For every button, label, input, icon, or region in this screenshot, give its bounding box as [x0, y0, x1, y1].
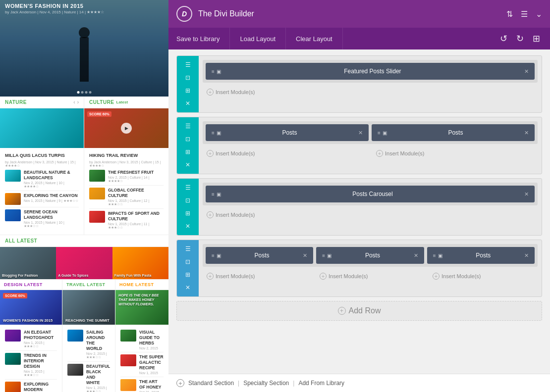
standard-section-link[interactable]: Standard Section — [188, 380, 234, 387]
move-icon[interactable]: ☰ — [184, 60, 192, 70]
insert-module-2-2[interactable]: + Insert Module(s) — [372, 148, 538, 159]
layout-icon-4[interactable]: ⊡ — [184, 257, 192, 267]
insert-module-4-2[interactable]: + Insert Module(s) — [316, 271, 425, 282]
move-icon-2[interactable]: ☰ — [184, 121, 192, 131]
travel-label: TRAVEL Latest — [66, 282, 106, 287]
posts-module-4-1-name: Posts — [225, 252, 299, 259]
builder-content: ☰ ⊡ ⊞ ✕ ≡ ▣ Featured Posts Slider ✕ — [168, 49, 550, 374]
all-label: ALL Latest — [5, 238, 37, 244]
posts-module-4-2-close[interactable]: ✕ — [414, 252, 418, 259]
posts-module-4-1: ≡ ▣ Posts ✕ — [206, 247, 313, 264]
posts-carousel-name: Posts Carousel — [225, 191, 520, 197]
posts-module-4-1-close[interactable]: ✕ — [303, 252, 307, 259]
remove-icon-2[interactable]: ✕ — [184, 160, 192, 170]
posts-module-2-2: ≡ ▣ Posts ✕ — [372, 124, 535, 141]
builder-footer: + Standard Section | Specialty Section |… — [168, 374, 550, 392]
load-layout-button[interactable]: Load Layout — [230, 28, 286, 49]
chevron-down-icon[interactable]: ⌄ — [536, 9, 542, 19]
insert-module-4-1[interactable]: + Insert Module(s) — [203, 271, 312, 282]
move-icon-3[interactable]: ☰ — [184, 183, 192, 193]
multi-section: DESIGN Latest SCORE 60% WOMEN'S FASHION … — [0, 279, 168, 392]
divi-header: D The Divi Builder ⇅ ☰ ⌄ — [168, 0, 550, 28]
add-row-button[interactable]: + Add Row — [176, 301, 542, 321]
insert-module-1-1[interactable]: + Insert Module(s) — [203, 87, 538, 98]
divi-logo: D — [176, 6, 192, 22]
featured-posts-slider-close[interactable]: ✕ — [524, 68, 529, 75]
culture-article-list: HIKING TRAIL REVIEW by Jack Anderson | N… — [84, 148, 168, 235]
module-rows-icon-4: ≡ — [212, 192, 215, 197]
add-row-label: Add Row — [349, 306, 381, 315]
columns-icon-3[interactable]: ⊞ — [184, 208, 192, 218]
posts-module-2-1-name: Posts — [225, 129, 354, 136]
left-preview-panel: WOMEN'S FASHION IN 2015 by Jack Anderson… — [0, 0, 168, 392]
separator-1: | — [238, 380, 239, 387]
module-rows-icon-3: ≡ — [378, 130, 381, 136]
row-2-1: ≡ ▣ Posts ✕ ≡ ▣ Posts ✕ — [203, 121, 538, 144]
posts-module-4-3: ≡ ▣ Posts ✕ — [427, 247, 535, 264]
culture-thumb: SCORE 60% ▶ — [84, 108, 168, 148]
insert-module-3-1[interactable]: + Insert Module(s) — [203, 209, 538, 220]
builder-section-4: ☰ ⊡ ⊞ ✕ ≡ ▣ Posts ✕ — [176, 240, 542, 297]
posts-module-2-1-close[interactable]: ✕ — [358, 130, 363, 136]
section-4-content: ≡ ▣ Posts ✕ ≡ ▣ Posts ✕ — [199, 240, 542, 296]
module-rows-icon-2: ≡ — [212, 130, 215, 136]
add-from-library-link[interactable]: Add From Library — [298, 380, 344, 387]
header-actions: ⇅ ☰ ⌄ — [506, 9, 542, 19]
columns-icon-4[interactable]: ⊞ — [184, 270, 192, 280]
culture-featured-title: HIKING TRAIL REVIEW — [89, 151, 164, 160]
remove-icon[interactable]: ✕ — [184, 98, 192, 108]
row-3-1: ≡ ▣ Posts Carousel ✕ — [203, 183, 538, 205]
row-1-1: ≡ ▣ Featured Posts Slider ✕ — [203, 60, 538, 83]
all-thumbs: Blogging For Fashion A Guide To Spices F… — [0, 247, 168, 279]
nature-label: NATURE — [5, 99, 27, 105]
insert-module-label: Insert Module(s) — [216, 89, 255, 95]
remove-icon-3[interactable]: ✕ — [184, 221, 192, 231]
insert-module-4-3[interactable]: + Insert Module(s) — [429, 271, 538, 282]
section-4-sidebar: ☰ ⊡ ⊞ ✕ — [177, 240, 199, 296]
posts-module-2-2-close[interactable]: ✕ — [524, 130, 529, 136]
layout-icon-3[interactable]: ⊡ — [184, 196, 192, 205]
design-label: DESIGN Latest — [4, 282, 43, 287]
columns-icon-2[interactable]: ⊞ — [184, 147, 192, 157]
move-icon-4[interactable]: ☰ — [184, 244, 192, 254]
insert-module-2-1[interactable]: + Insert Module(s) — [203, 148, 368, 159]
divi-builder-panel: D The Divi Builder ⇅ ☰ ⌄ Save to Library… — [168, 0, 550, 392]
layout-icon[interactable]: ⊡ — [184, 73, 192, 83]
specialty-section-link[interactable]: Specialty Section — [243, 380, 289, 387]
section-3-sidebar: ☰ ⊡ ⊞ ✕ — [177, 179, 199, 235]
module-img-icon-2: ▣ — [217, 130, 221, 136]
nature-article-3: Serene Ocean LandscapesNov 1, 2015 | Nat… — [5, 207, 79, 230]
culture-article-3: Impacts of Sport and CultureNov 1, 2015 … — [89, 209, 164, 232]
posts-module-4-2-name: Posts — [335, 252, 409, 259]
redo-icon[interactable]: ↻ — [514, 31, 526, 46]
builder-section-2: ☰ ⊡ ⊞ ✕ ≡ ▣ Posts ✕ — [176, 117, 542, 174]
divi-title: The Divi Builder — [198, 9, 254, 18]
row-4-1: ≡ ▣ Posts ✕ ≡ ▣ Posts ✕ — [203, 244, 538, 267]
culture-section-header: CULTURE Latest — [84, 97, 168, 108]
undo-icon[interactable]: ↺ — [498, 31, 509, 46]
section-2-sidebar: ☰ ⊡ ⊞ ✕ — [177, 117, 199, 174]
separator-2: | — [293, 380, 294, 387]
save-to-library-button[interactable]: Save to Library — [176, 28, 230, 49]
section-1-sidebar: ☰ ⊡ ⊞ ✕ — [177, 56, 199, 112]
menu-icon[interactable]: ☰ — [521, 9, 528, 19]
posts-module-4-3-close[interactable]: ✕ — [524, 252, 529, 259]
posts-carousel-close[interactable]: ✕ — [524, 191, 529, 197]
remove-icon-4[interactable]: ✕ — [184, 283, 192, 293]
toolbar-right-actions: ↺ ↻ ⊞ — [498, 31, 542, 46]
nature-featured-meta: by Jack Anderson | Nov 3, 2015 | Nature … — [5, 160, 79, 168]
nature-thumb — [0, 108, 84, 148]
nature-article-2: Exploring The CanyonNov 1, 2015 | Nature… — [5, 191, 79, 207]
grid-icon[interactable]: ⊞ — [531, 31, 542, 46]
nature-nav[interactable]: ‹› — [73, 99, 79, 105]
clear-layout-button[interactable]: Clear Layout — [286, 28, 343, 49]
posts-carousel-module: ≡ ▣ Posts Carousel ✕ — [206, 186, 535, 202]
sort-icon[interactable]: ⇅ — [506, 9, 513, 19]
nature-article-1: Beautiful Nature & LandscapesNov 2, 2015… — [5, 168, 79, 191]
module-rows-icon: ≡ — [212, 69, 215, 74]
section-3-content: ≡ ▣ Posts Carousel ✕ + Insert Module(s) — [199, 179, 542, 235]
module-img-icon: ▣ — [217, 69, 221, 74]
posts-module-4-2: ≡ ▣ Posts ✕ — [316, 247, 424, 264]
layout-icon-2[interactable]: ⊡ — [184, 134, 192, 144]
columns-icon[interactable]: ⊞ — [184, 86, 192, 96]
